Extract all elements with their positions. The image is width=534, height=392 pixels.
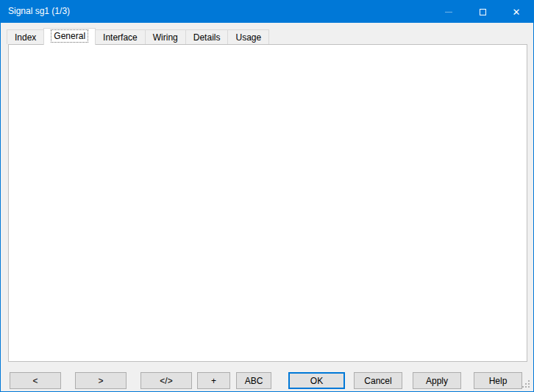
- tab-index[interactable]: Index: [7, 29, 44, 44]
- apply-button[interactable]: Apply: [413, 372, 461, 389]
- close-button[interactable]: ✕: [499, 1, 533, 23]
- resize-grip-icon[interactable]: [528, 386, 530, 388]
- nav-next-button[interactable]: >: [75, 372, 127, 389]
- cancel-button[interactable]: Cancel: [354, 372, 402, 389]
- close-icon: ✕: [513, 7, 521, 17]
- maximize-button[interactable]: [466, 1, 499, 23]
- minimize-icon: [445, 12, 452, 13]
- ok-button[interactable]: OK: [288, 372, 345, 389]
- minimize-button[interactable]: [432, 1, 466, 23]
- add-button[interactable]: +: [197, 372, 230, 389]
- code-view-button[interactable]: </>: [140, 372, 192, 389]
- nav-prev-button[interactable]: <: [10, 372, 61, 389]
- tab-wiring[interactable]: Wiring: [145, 29, 186, 44]
- tab-usage[interactable]: Usage: [227, 29, 269, 44]
- help-button[interactable]: Help: [474, 372, 522, 389]
- titlebar[interactable]: Signal sg1 (1/3) ✕: [1, 1, 533, 23]
- tab-general-label: General: [51, 30, 88, 42]
- general-tab-page: [8, 44, 527, 362]
- tab-interface[interactable]: Interface: [95, 29, 146, 44]
- dialog-window: Signal sg1 (1/3) ✕ Index General Interfa…: [0, 0, 534, 392]
- tab-general[interactable]: General: [43, 28, 96, 45]
- tab-details[interactable]: Details: [185, 29, 229, 44]
- tab-bar: Index General Interface Wiring Details U…: [7, 28, 269, 45]
- caption-buttons: ✕: [432, 1, 533, 23]
- abc-button[interactable]: ABC: [236, 372, 271, 389]
- maximize-icon: [480, 9, 486, 15]
- window-title: Signal sg1 (1/3): [8, 6, 70, 16]
